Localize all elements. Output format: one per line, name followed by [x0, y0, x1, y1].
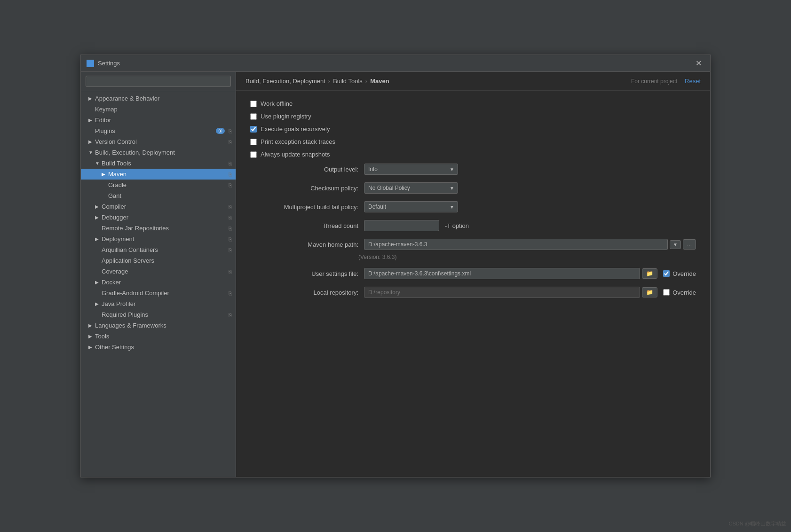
- sidebar-item-gradle-android[interactable]: Gradle-Android Compiler ⎘: [81, 288, 236, 298]
- checksum-policy-select[interactable]: No Global Policy Strict Lax: [364, 182, 458, 194]
- user-settings-override-checkbox[interactable]: [663, 270, 670, 277]
- maven-home-dropdown-btn[interactable]: ▼: [670, 240, 681, 249]
- sidebar-item-debugger[interactable]: ▶ Debugger ⎘: [81, 212, 236, 223]
- sidebar-item-label: Appearance & Behavior: [95, 95, 232, 102]
- copy-icon: ⎘: [229, 204, 232, 210]
- sidebar-item-gradle[interactable]: Gradle ⎘: [81, 180, 236, 190]
- multiproject-control: Default At end Never Fail fast ▼: [364, 201, 696, 212]
- maven-home-browse-btn[interactable]: ...: [683, 239, 696, 250]
- breadcrumb-sep2: ›: [365, 78, 367, 85]
- settings-window: Settings ✕ ▶ Appearance & Behavior Keyma…: [80, 55, 711, 477]
- arrow-icon: ▶: [88, 323, 95, 328]
- arrow-icon: ▶: [95, 280, 102, 285]
- arrow-icon: ▶: [95, 204, 102, 209]
- output-level-select[interactable]: Info Debug Warning Error: [364, 164, 458, 175]
- multiproject-select-wrapper: Default At end Never Fail fast ▼: [364, 201, 458, 212]
- sidebar-item-editor[interactable]: ▶ Editor: [81, 115, 236, 125]
- sidebar-item-version-control[interactable]: ▶ Version Control ⎘: [81, 136, 236, 147]
- sidebar-item-coverage[interactable]: Coverage ⎘: [81, 266, 236, 277]
- copy-icon: ⎘: [229, 269, 232, 274]
- use-plugin-registry-label: Use plugin registry: [261, 113, 311, 120]
- sidebar-item-label: Maven: [108, 171, 227, 178]
- local-repo-input[interactable]: [364, 287, 640, 298]
- sidebar-item-label: Gradle-Android Compiler: [102, 289, 227, 297]
- always-update-label: Always update snapshots: [261, 151, 330, 158]
- reset-button[interactable]: Reset: [685, 78, 701, 85]
- local-repo-override-wrapper: Override: [663, 289, 696, 296]
- user-settings-input[interactable]: [364, 268, 640, 279]
- sidebar-item-remote-jar[interactable]: Remote Jar Repositories ⎘: [81, 223, 236, 234]
- window-title: Settings: [98, 60, 693, 67]
- maven-home-input[interactable]: [364, 239, 668, 250]
- print-exception-checkbox[interactable]: [250, 139, 257, 145]
- arrow-icon: ▶: [88, 117, 95, 123]
- sidebar-item-label: Other Settings: [95, 344, 232, 351]
- copy-icon: ⎘: [229, 290, 232, 296]
- sidebar-item-languages[interactable]: ▶ Languages & Frameworks: [81, 320, 236, 331]
- nav-tree: ▶ Appearance & Behavior Keymap ▶ Editor …: [81, 91, 236, 477]
- search-input[interactable]: [86, 76, 231, 87]
- maven-home-control: ▼ ...: [364, 239, 696, 250]
- sidebar-item-app-servers[interactable]: Application Servers: [81, 255, 236, 266]
- close-button[interactable]: ✕: [693, 58, 704, 69]
- multiproject-select[interactable]: Default At end Never Fail fast: [364, 201, 458, 212]
- settings-content: Work offline Use plugin registry Execute…: [236, 91, 710, 477]
- sidebar-item-docker[interactable]: ▶ Docker: [81, 277, 236, 288]
- sidebar-item-label: Plugins: [95, 127, 216, 134]
- user-settings-browse-btn[interactable]: 📁: [642, 268, 657, 279]
- arrow-icon: ▼: [88, 150, 95, 155]
- sidebar-item-compiler[interactable]: ▶ Compiler ⎘: [81, 201, 236, 212]
- sidebar-item-build-exec-deploy[interactable]: ▼ Build, Execution, Deployment: [81, 147, 236, 158]
- sidebar-item-gant[interactable]: Gant: [81, 190, 236, 201]
- sidebar-item-label: Gradle: [108, 181, 227, 188]
- breadcrumb: Build, Execution, Deployment › Build Too…: [236, 72, 710, 91]
- search-box: [81, 72, 236, 91]
- sidebar-item-tools[interactable]: ▶ Tools: [81, 331, 236, 342]
- local-repo-override-checkbox[interactable]: [663, 289, 670, 296]
- local-repo-browse-btn[interactable]: 📁: [642, 287, 657, 297]
- use-plugin-registry-checkbox[interactable]: [250, 113, 257, 120]
- arrow-icon: ▶: [88, 96, 95, 101]
- sidebar-item-arquillian[interactable]: Arquillian Containers ⎘: [81, 244, 236, 255]
- sidebar-item-maven[interactable]: ▶ Maven ⎘: [81, 169, 236, 180]
- arrow-icon: ▶: [102, 172, 108, 177]
- sidebar-item-other-settings[interactable]: ▶ Other Settings: [81, 342, 236, 352]
- sidebar-item-label: Java Profiler: [102, 300, 232, 307]
- output-level-control: Info Debug Warning Error ▼: [364, 164, 696, 175]
- arrow-icon: ▶: [95, 215, 102, 220]
- breadcrumb-part1: Build, Execution, Deployment: [245, 78, 325, 85]
- thread-count-label: Thread count: [250, 222, 358, 229]
- local-repo-control: 📁: [364, 287, 657, 298]
- sidebar-item-label: Coverage: [102, 268, 227, 275]
- sidebar-item-label: Deployment: [102, 235, 227, 243]
- sidebar-item-label: Arquillian Containers: [102, 246, 227, 253]
- print-exception-label: Print exception stack traces: [261, 138, 335, 145]
- sidebar-item-plugins[interactable]: Plugins ① ⎘: [81, 125, 236, 136]
- execute-goals-checkbox[interactable]: [250, 126, 257, 133]
- multiproject-row: Multiproject build fail policy: Default …: [250, 201, 696, 212]
- watermark: CSDN @帽峰山数字精益: [729, 520, 786, 527]
- sidebar-item-label: Tools: [95, 333, 232, 340]
- maven-home-row: Maven home path: ▼ ...: [250, 239, 696, 250]
- user-settings-label: User settings file:: [250, 270, 358, 277]
- local-repo-label: Local repository:: [250, 289, 358, 296]
- sidebar-item-build-tools[interactable]: ▼ Build Tools ⎘: [81, 158, 236, 169]
- user-settings-override-wrapper: Override: [663, 270, 696, 277]
- sidebar-item-keymap[interactable]: Keymap: [81, 104, 236, 115]
- sidebar-item-java-profiler[interactable]: ▶ Java Profiler: [81, 298, 236, 309]
- breadcrumb-part2: Build Tools: [333, 78, 363, 85]
- user-settings-control: 📁: [364, 268, 657, 279]
- breadcrumb-sep1: ›: [328, 78, 330, 85]
- work-offline-row: Work offline: [250, 100, 696, 107]
- sidebar-item-deployment[interactable]: ▶ Deployment ⎘: [81, 234, 236, 244]
- checksum-policy-label: Checksum policy:: [250, 185, 358, 192]
- thread-count-row: Thread count -T option: [250, 220, 696, 231]
- work-offline-checkbox[interactable]: [250, 101, 257, 107]
- always-update-checkbox[interactable]: [250, 151, 257, 158]
- sidebar-item-label: Debugger: [102, 214, 227, 221]
- sidebar-item-label: Application Servers: [102, 257, 232, 264]
- sidebar-item-appearance[interactable]: ▶ Appearance & Behavior: [81, 93, 236, 104]
- sidebar-item-label: Languages & Frameworks: [95, 322, 232, 329]
- thread-count-input[interactable]: [364, 220, 439, 231]
- sidebar-item-required-plugins[interactable]: Required Plugins ⎘: [81, 309, 236, 320]
